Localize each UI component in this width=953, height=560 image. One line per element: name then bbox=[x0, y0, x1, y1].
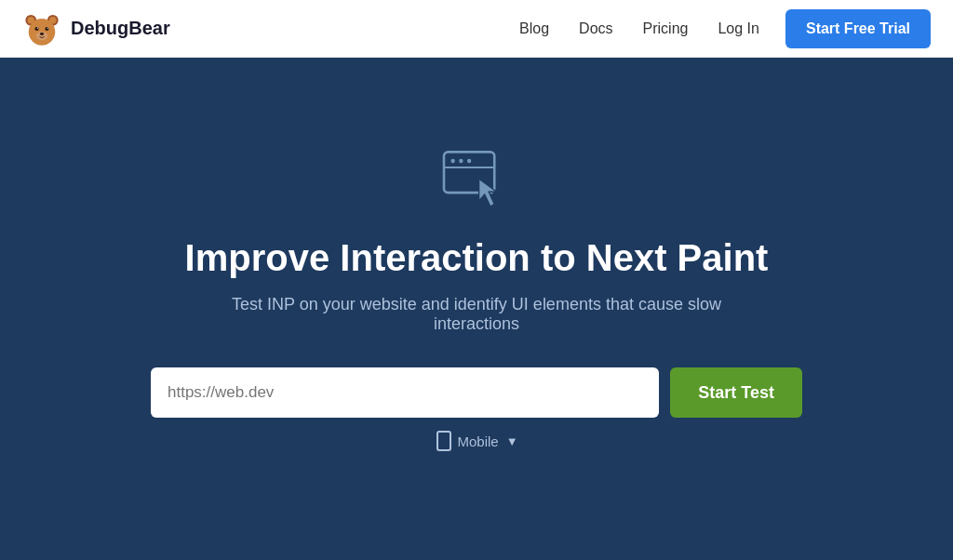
hero-title: Improve Interaction to Next Paint bbox=[185, 235, 769, 280]
hero-subtitle: Test INP on your website and identify UI… bbox=[197, 295, 756, 334]
url-input[interactable] bbox=[151, 367, 659, 418]
search-area: Start Test bbox=[151, 367, 802, 418]
svg-point-10 bbox=[40, 32, 44, 34]
bear-icon bbox=[22, 9, 61, 48]
device-selector[interactable]: Mobile ▼ bbox=[436, 431, 517, 451]
nav-blog[interactable]: Blog bbox=[519, 20, 549, 37]
svg-point-13 bbox=[459, 159, 463, 163]
header: DebugBear Blog Docs Pricing Log In Start… bbox=[0, 0, 953, 58]
nav-pricing[interactable]: Pricing bbox=[643, 20, 689, 37]
svg-point-14 bbox=[467, 159, 471, 163]
svg-point-9 bbox=[47, 27, 48, 28]
hero-section: Improve Interaction to Next Paint Test I… bbox=[0, 58, 953, 560]
logo-text: DebugBear bbox=[71, 18, 170, 39]
browser-cursor-icon bbox=[439, 148, 514, 213]
mobile-label: Mobile bbox=[457, 433, 498, 449]
chevron-down-icon: ▼ bbox=[506, 434, 518, 448]
device-selector-inner: Mobile ▼ bbox=[436, 431, 517, 451]
start-free-trial-button[interactable]: Start Free Trial bbox=[785, 9, 931, 48]
svg-point-6 bbox=[34, 26, 38, 30]
logo-area: DebugBear bbox=[22, 9, 170, 48]
svg-point-7 bbox=[45, 26, 48, 30]
svg-point-12 bbox=[450, 159, 454, 163]
nav-login[interactable]: Log In bbox=[718, 20, 758, 37]
mobile-icon bbox=[436, 431, 451, 451]
nav-docs[interactable]: Docs bbox=[579, 20, 612, 37]
start-test-button[interactable]: Start Test bbox=[670, 367, 802, 418]
nav: Blog Docs Pricing Log In bbox=[519, 20, 759, 37]
svg-point-8 bbox=[37, 27, 38, 28]
